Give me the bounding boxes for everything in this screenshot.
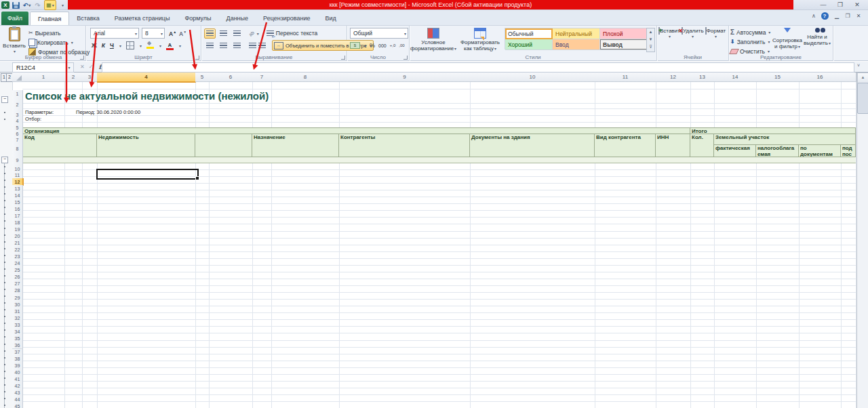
delete-cells-button[interactable]: Удалить ▾ [682, 28, 703, 40]
column-header-11[interactable]: 11 [595, 73, 656, 82]
outline-collapse-button[interactable]: − [1, 96, 8, 103]
paste-button[interactable]: Вставить ▾ [4, 27, 24, 55]
style-neutral[interactable]: Нейтральный [553, 28, 600, 39]
style-normal[interactable]: Обычный [505, 28, 553, 39]
increase-indent-icon[interactable] [258, 43, 266, 48]
font-name-combo[interactable]: Arial ▾ [90, 28, 139, 39]
outline-collapse-button[interactable]: − [1, 157, 8, 163]
row-header-45[interactable]: 45 [12, 403, 23, 408]
selected-cell[interactable] [96, 169, 199, 180]
column-header-12[interactable]: 12 [656, 73, 691, 82]
column-header-7[interactable]: 7 [252, 73, 272, 82]
align-middle-button[interactable] [218, 28, 229, 39]
font-dialog-launcher-icon[interactable] [195, 56, 199, 60]
align-right-button[interactable] [231, 41, 243, 51]
tab-1[interactable]: Главная [30, 12, 69, 25]
column-header-14[interactable]: 14 [714, 73, 757, 82]
row-header-8[interactable]: 8 [12, 143, 23, 155]
column-header-5[interactable]: 5 [195, 73, 210, 82]
window-minimize-button[interactable]: — [816, 1, 831, 9]
increase-decimal-button[interactable]: +,0 [390, 43, 396, 48]
column-header-1[interactable]: 1 [22, 73, 65, 82]
wrap-text-button[interactable]: Перенос текста [267, 29, 317, 38]
collapse-ribbon-icon[interactable]: ∧ [808, 12, 819, 20]
window-close-button[interactable]: ✕ [850, 1, 865, 9]
format-cells-button[interactable]: Формат ▾ [705, 28, 726, 40]
window-maximize-button[interactable]: ❐ [833, 1, 848, 9]
column-header-6[interactable]: 6 [209, 73, 253, 82]
alignment-dialog-launcher-icon[interactable] [341, 56, 345, 60]
comma-style-button[interactable]: 000 [378, 43, 387, 48]
column-header-3[interactable]: 3 [82, 73, 98, 82]
grow-font-button[interactable]: А▲ [169, 30, 176, 37]
gallery-scroll[interactable]: ▲▼⊽ [646, 28, 655, 52]
conditional-formatting-button[interactable]: Условное форматирование▾ [411, 28, 456, 52]
select-all-corner[interactable] [12, 73, 23, 82]
name-box[interactable]: R12C4 [12, 62, 70, 73]
underline-button[interactable]: Ч [110, 42, 114, 49]
decrease-decimal-button[interactable]: ,00 [399, 43, 404, 48]
number-dialog-launcher-icon[interactable] [403, 56, 408, 60]
workbook-restore-button[interactable]: ❐ [842, 12, 853, 20]
style-good[interactable]: Хороший [505, 39, 553, 50]
fill-button[interactable]: ⬇ Заполнить ▾ [730, 37, 770, 46]
vertical-scrollbar[interactable] [856, 73, 868, 408]
accounting-format-icon[interactable]: $ [350, 42, 360, 49]
column-header-9[interactable]: 9 [339, 73, 471, 82]
bold-button[interactable]: Ж [92, 42, 97, 49]
tab-4[interactable]: Формулы [177, 12, 218, 25]
font-size-combo[interactable]: 8 ▾ [142, 28, 165, 39]
find-select-button[interactable]: Найти и выделить▾ [804, 28, 831, 47]
fill-color-icon[interactable] [146, 42, 154, 49]
column-header-4[interactable]: 4 [97, 73, 196, 83]
style-bad[interactable]: Плохой [600, 28, 648, 39]
excel-logo-icon[interactable]: X [1, 1, 9, 9]
align-left-button[interactable] [204, 41, 216, 51]
italic-button[interactable]: К [102, 42, 105, 49]
row-header-9[interactable]: 9 [12, 154, 23, 167]
column-header-13[interactable]: 13 [690, 73, 715, 82]
undo-button[interactable]: ↶▾ [22, 1, 31, 9]
align-top-button[interactable] [204, 28, 216, 39]
workbook-close-button[interactable]: ✕ [853, 12, 864, 20]
shrink-font-button[interactable]: А▼ [179, 30, 186, 37]
copy-button[interactable]: Копировать ▾ [28, 38, 73, 47]
scrollbar-thumb[interactable] [857, 83, 868, 114]
clipboard-dialog-launcher-icon[interactable] [80, 56, 84, 60]
column-header-16[interactable]: 16 [799, 73, 842, 82]
column-header-15[interactable]: 15 [756, 73, 800, 82]
tab-6[interactable]: Рецензирование [256, 12, 318, 25]
save-button[interactable] [12, 1, 20, 9]
format-as-table-button[interactable]: Форматировать как таблицу▾ [457, 28, 503, 52]
column-header-17[interactable] [841, 73, 856, 82]
insert-cells-button[interactable]: Вставить ▾ [658, 28, 680, 40]
align-bottom-button[interactable] [231, 28, 243, 39]
qat-customize-button[interactable]: ▾ [58, 1, 67, 9]
help-button[interactable]: ? [819, 12, 830, 20]
redo-button[interactable]: ↷ [33, 1, 42, 9]
orientation-icon[interactable]: ab [248, 30, 255, 37]
tab-3[interactable]: Разметка страницы [107, 12, 178, 25]
formula-input[interactable] [102, 62, 854, 73]
cut-button[interactable]: ✂ Вырезать [28, 28, 61, 37]
qat-highlighted-tool-button[interactable]: ▦▾ [44, 0, 56, 10]
sort-filter-button[interactable]: Сортировка и фильтр▾ [772, 28, 802, 50]
tab-5[interactable]: Данные [219, 12, 256, 25]
workbook-minimize-button[interactable]: ▁ [831, 12, 842, 20]
number-format-combo[interactable]: Общий ▾ [350, 28, 408, 39]
autosum-button[interactable]: Σ Автосумма ▾ [730, 28, 770, 37]
style-output[interactable]: Вывод [600, 39, 648, 50]
decrease-indent-icon[interactable] [249, 43, 256, 48]
percent-style-button[interactable]: % [370, 42, 375, 49]
name-box-dropdown-icon[interactable]: ▾ [65, 62, 74, 73]
align-center-button[interactable] [218, 41, 229, 51]
scrollbar-up-icon[interactable]: ▲ [857, 73, 868, 83]
column-header-10[interactable]: 10 [470, 73, 595, 82]
style-input[interactable]: Ввод [553, 39, 600, 50]
formula-bar-expand-icon[interactable]: ˅ [857, 63, 860, 68]
column-header-2[interactable]: 2 [64, 73, 83, 82]
row-header-2[interactable]: 2 [12, 98, 23, 113]
tab-2[interactable]: Вставка [69, 12, 106, 25]
column-header-8[interactable]: 8 [271, 73, 340, 82]
borders-icon[interactable] [126, 41, 134, 49]
